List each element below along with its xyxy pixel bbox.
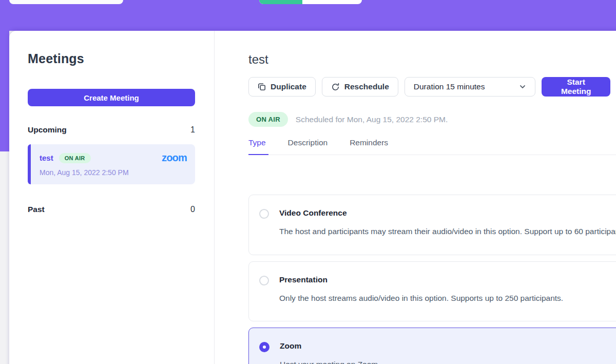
meetings-sidebar: Meetings Create Meeting Upcoming 1 test …	[9, 31, 215, 364]
option-title: Presentation	[279, 275, 563, 284]
upcoming-label: Upcoming	[28, 125, 67, 135]
content-card: Meetings Create Meeting Upcoming 1 test …	[9, 31, 616, 364]
duplicate-label: Duplicate	[271, 82, 306, 91]
option-presentation[interactable]: Presentation Only the host streams audio…	[248, 261, 616, 322]
duration-select[interactable]: Duration 15 minutes	[405, 77, 535, 97]
meeting-name: test	[40, 154, 53, 162]
past-count: 0	[190, 205, 195, 214]
duration-value: Duration 15 minutes	[414, 82, 485, 91]
refresh-icon	[331, 83, 340, 91]
meeting-list-item[interactable]: test ON AIR zoom Mon, Aug 15, 2022 2:50 …	[28, 144, 195, 184]
tab-reminders[interactable]: Reminders	[350, 138, 391, 155]
selected-indicator-bar	[28, 144, 31, 184]
toolbar: Duplicate Reschedule Duration 15 minutes	[248, 77, 616, 97]
option-title: Video Conference	[279, 208, 616, 218]
upcoming-section-header: Upcoming 1	[28, 125, 195, 135]
option-description: Host your meeting on Zoom	[280, 357, 378, 364]
tab-description[interactable]: Description	[288, 138, 331, 155]
status-row: ON AIR Scheduled for Mon, Aug 15, 2022 2…	[248, 112, 616, 127]
copy-icon	[258, 83, 266, 91]
option-description: The host and participants may stream the…	[279, 224, 616, 239]
chevron-down-icon	[519, 83, 526, 90]
option-title: Zoom	[280, 341, 378, 351]
left-purple-strip	[0, 0, 9, 151]
meeting-detail-pane: test Duplicate Reschedul	[215, 31, 616, 364]
radio-unchecked-icon[interactable]	[259, 276, 269, 285]
meeting-title: test	[248, 52, 616, 67]
radio-unchecked-icon[interactable]	[259, 209, 269, 219]
on-air-badge: ON AIR	[59, 153, 91, 163]
duplicate-button[interactable]: Duplicate	[248, 77, 316, 97]
start-meeting-button[interactable]: Start Meeting	[542, 77, 610, 97]
radio-checked-icon[interactable]	[259, 342, 270, 352]
scheduled-text: Scheduled for Mon, Aug 15, 2022 2:50 PM.	[296, 115, 448, 124]
reschedule-label: Reschedule	[344, 82, 389, 91]
tab-type[interactable]: Type	[248, 138, 268, 155]
toast-progress-bar	[259, 0, 302, 4]
reschedule-button[interactable]: Reschedule	[322, 77, 398, 97]
detail-tabs: Type Description Reminders	[248, 138, 616, 155]
topbar-button-partial	[9, 0, 123, 4]
top-purple-band	[0, 0, 616, 31]
meeting-type-options: Video Conference The host and participan…	[248, 195, 616, 364]
sidebar-title: Meetings	[28, 51, 195, 66]
upcoming-count: 1	[190, 125, 195, 135]
option-description: Only the host streams audio/video in thi…	[279, 291, 563, 306]
zoom-logo: zoom	[162, 152, 187, 164]
meeting-datetime: Mon, Aug 15, 2022 2:50 PM	[40, 168, 187, 177]
option-video-conference[interactable]: Video Conference The host and participan…	[248, 195, 616, 255]
on-air-status-badge: ON AIR	[248, 112, 288, 127]
past-label: Past	[28, 205, 45, 214]
toast-notification-edge	[259, 0, 362, 4]
option-zoom[interactable]: Zoom Host your meeting on Zoom	[248, 328, 616, 364]
past-section-header: Past 0	[28, 205, 195, 214]
create-meeting-button[interactable]: Create Meeting	[28, 89, 195, 106]
